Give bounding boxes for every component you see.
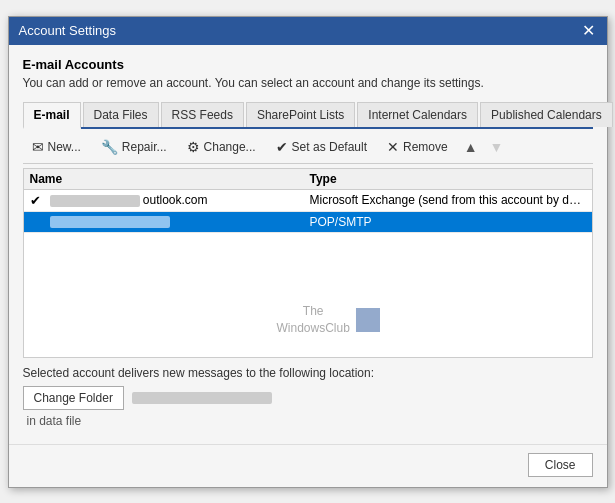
watermark: The WindowsClub [276,303,379,337]
repair-icon: 🔧 [101,139,118,155]
row-type: Microsoft Exchange (send from this accou… [310,193,586,207]
move-up-button[interactable]: ▲ [459,136,483,158]
deliver-section: Selected account delivers new messages t… [23,358,593,432]
deliver-label: Selected account delivers new messages t… [23,366,593,380]
dialog-title: Account Settings [19,23,117,38]
table-row[interactable]: POP/SMTP [24,212,592,233]
change-button[interactable]: ⚙ Change... [178,135,265,159]
data-file-label: in data file [27,414,593,428]
row-name: outlook.com [50,193,310,207]
watermark-text: The WindowsClub [276,303,349,337]
redacted-name [50,195,140,207]
tab-internet-cal[interactable]: Internet Calendars [357,102,478,127]
accounts-table: Name Type ✔ outlook.com Microsoft Exchan… [23,168,593,358]
row-name-suffix: outlook.com [143,193,208,207]
tab-published-cal[interactable]: Published Calendars [480,102,613,127]
tab-sharepoint[interactable]: SharePoint Lists [246,102,355,127]
table-header: Name Type [24,169,592,190]
tab-data-files[interactable]: Data Files [83,102,159,127]
section-title: E-mail Accounts [23,57,593,72]
title-close-button[interactable]: ✕ [580,23,597,39]
account-toolbar: ✉ New... 🔧 Repair... ⚙ Change... ✔ Set a… [23,129,593,164]
row-type: POP/SMTP [310,215,586,229]
set-default-button[interactable]: ✔ Set as Default [267,135,376,159]
move-down-button[interactable]: ▼ [485,136,509,158]
change-icon: ⚙ [187,139,200,155]
title-bar: Account Settings ✕ [9,17,607,45]
tab-email[interactable]: E-mail [23,102,81,129]
account-settings-dialog: Account Settings ✕ E-mail Accounts You c… [8,16,608,488]
col-type-header: Type [310,172,586,186]
tab-rss-feeds[interactable]: RSS Feeds [161,102,244,127]
dialog-footer: Close [9,444,607,487]
dialog-body: E-mail Accounts You can add or remove an… [9,45,607,442]
tabs-bar: E-mail Data Files RSS Feeds SharePoint L… [23,102,593,129]
row-check-icon: ✔ [30,193,50,208]
watermark-logo [356,308,380,332]
row-name [50,215,310,229]
folder-path-redacted [132,392,272,404]
new-icon: ✉ [32,139,44,155]
check-icon: ✔ [276,139,288,155]
col-name-header: Name [30,172,310,186]
redacted-name [50,216,170,228]
remove-icon: ✕ [387,139,399,155]
change-folder-button[interactable]: Change Folder [23,386,124,410]
new-button[interactable]: ✉ New... [23,135,90,159]
repair-button[interactable]: 🔧 Repair... [92,135,176,159]
section-description: You can add or remove an account. You ca… [23,76,593,90]
change-folder-row: Change Folder [23,386,593,410]
remove-button[interactable]: ✕ Remove [378,135,457,159]
table-row[interactable]: ✔ outlook.com Microsoft Exchange (send f… [24,190,592,212]
close-button[interactable]: Close [528,453,593,477]
